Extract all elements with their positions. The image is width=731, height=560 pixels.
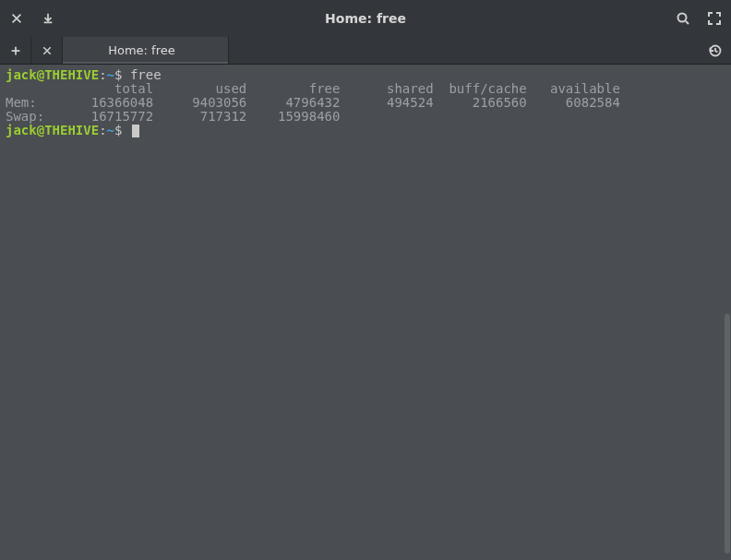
prompt-path: ~	[107, 123, 114, 137]
prompt-colon: :	[99, 68, 106, 82]
terminal-window: Home: free Home: free jack@THEHIVE:~$ fr…	[0, 0, 731, 560]
output-mem: Mem: 16366048 9403056 4796432 494524 216…	[6, 95, 620, 110]
prompt-user: jack	[6, 68, 37, 82]
prompt-user: jack	[6, 123, 37, 137]
tab-spacer	[229, 37, 700, 64]
terminal-area[interactable]: jack@THEHIVE:~$ free total used free sha…	[0, 65, 731, 560]
prompt-sigil: $	[114, 68, 122, 82]
prompt-at: @	[37, 68, 44, 82]
close-tab-button[interactable]	[31, 37, 63, 64]
svg-point-0	[678, 14, 687, 22]
tab-bar: Home: free	[0, 37, 731, 65]
output-header: total used free shared buff/cache availa…	[6, 81, 620, 96]
scrollbar[interactable]	[725, 314, 730, 554]
prompt-sigil: $	[114, 123, 122, 137]
command-text: free	[130, 68, 162, 82]
tab-active[interactable]: Home: free	[63, 37, 229, 64]
tab-label: Home: free	[108, 43, 175, 57]
prompt-path: ~	[107, 68, 114, 82]
cursor	[132, 125, 139, 137]
download-icon[interactable]	[41, 11, 55, 26]
search-icon[interactable]	[676, 11, 690, 26]
window-title: Home: free	[55, 11, 676, 26]
fullscreen-icon[interactable]	[707, 11, 722, 26]
terminal-output: jack@THEHIVE:~$ free total used free sha…	[6, 68, 725, 554]
new-tab-button[interactable]	[0, 37, 31, 64]
close-icon[interactable]	[9, 11, 24, 26]
prompt-colon: :	[99, 123, 106, 137]
output-swap: Swap: 16715772 717312 15998460	[6, 109, 340, 124]
prompt-host: THEHIVE	[44, 123, 99, 137]
prompt-at: @	[37, 123, 44, 137]
titlebar: Home: free	[0, 0, 731, 37]
prompt-host: THEHIVE	[44, 68, 99, 82]
history-icon[interactable]	[700, 37, 731, 64]
